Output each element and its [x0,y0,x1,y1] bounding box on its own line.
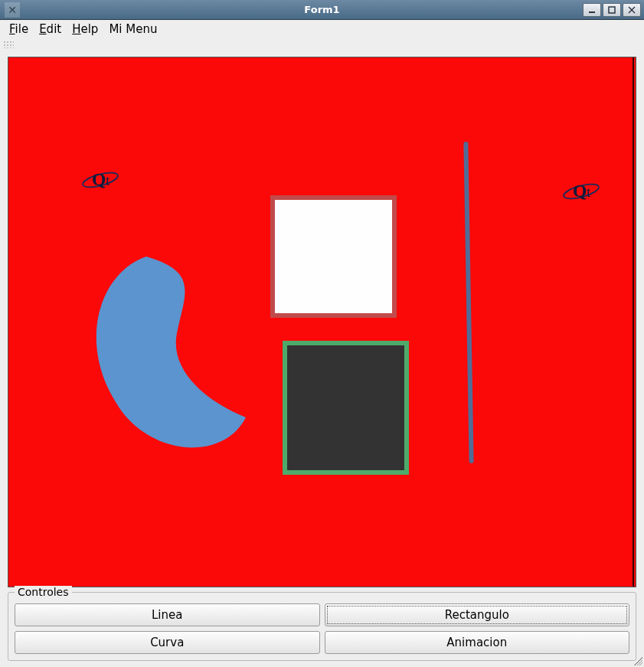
menu-mimenu[interactable]: Mi Menu [104,21,162,38]
svg-text:t: t [106,173,110,188]
menu-edit[interactable]: Edit [34,21,66,38]
window-title: Form1 [0,4,644,15]
qt-logo-icon: Q t [79,165,122,195]
linea-button[interactable]: Linea [15,603,320,626]
canvas-right-edge-line [633,57,634,587]
maximize-button[interactable] [603,3,621,17]
drawing-canvas[interactable]: Q t Q t [8,57,636,587]
toolbar-grip-icon[interactable] [3,41,14,48]
system-menu-icon[interactable]: ✕ [5,2,20,18]
toolbar [0,38,644,51]
controls-groupbox: Controles Linea Rectangulo Curva Animaci… [8,592,636,661]
qt-logo-icon: Q t [560,176,603,207]
svg-text:Q: Q [92,169,106,189]
dark-rectangle-shape [283,341,409,475]
vertical-line-shape [463,142,473,463]
svg-text:Q: Q [573,181,587,201]
titlebar: ✕ Form1 [0,0,644,20]
resize-grip-icon[interactable] [632,655,642,665]
curva-button[interactable]: Curva [15,631,320,654]
svg-text:t: t [587,185,590,200]
menu-help[interactable]: Help [67,21,103,38]
controls-legend: Controles [15,586,72,598]
curve-shape [85,241,284,463]
menu-file[interactable]: File [5,21,33,38]
svg-rect-1 [609,7,615,13]
animacion-button[interactable]: Animacion [325,631,630,654]
menubar: File Edit Help Mi Menu [0,20,644,38]
minimize-button[interactable] [583,3,601,17]
close-button[interactable] [623,3,641,17]
white-rectangle-shape [270,195,397,318]
rectangulo-button[interactable]: Rectangulo [325,603,630,626]
